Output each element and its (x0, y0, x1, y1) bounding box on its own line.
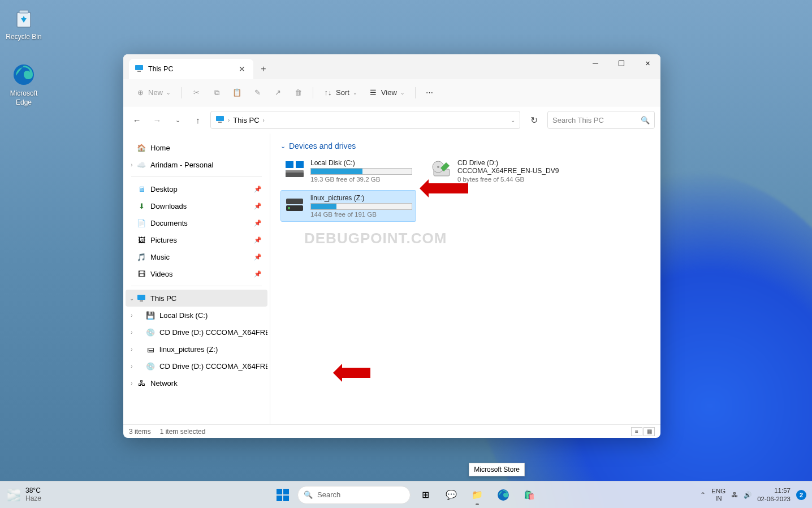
taskbar-explorer[interactable]: 📁 (466, 484, 489, 506)
recent-dropdown[interactable]: ⌄ (170, 112, 185, 128)
svg-rect-10 (140, 300, 143, 302)
chevron-right-icon[interactable]: › (128, 162, 136, 168)
drive-free: 144 GB free of 191 GB (310, 211, 412, 218)
nav-cd-drive-1[interactable]: ›💿CD Drive (D:) CCCOMA_X64FRE_EN-US_ (126, 324, 267, 341)
taskbar-search[interactable]: 🔍Search (297, 486, 411, 504)
chevron-right-icon[interactable]: › (128, 329, 136, 335)
monitor-icon (137, 294, 146, 303)
nav-videos[interactable]: 🎞Videos📌 (126, 265, 267, 282)
minimize-button[interactable] (582, 54, 608, 72)
nav-local-disk[interactable]: ›💾Local Disk (C:) (126, 307, 267, 324)
monitor-icon (215, 115, 224, 126)
nav-this-pc[interactable]: ⌄This PC (126, 290, 267, 307)
taskbar-weather[interactable]: 🌫️ 38°C Haze (7, 487, 41, 503)
svg-rect-12 (296, 161, 304, 168)
address-bar-row: ← → ⌄ ↑ › This PC › ⌄ ↻ Search This PC 🔍 (123, 106, 660, 134)
sort-button[interactable]: ↑↓Sort⌄ (319, 84, 362, 102)
svg-rect-1 (19, 10, 28, 13)
volume-tray-icon[interactable]: 🔊 (744, 491, 751, 499)
cd-icon: 💿 (146, 328, 155, 337)
nav-pane: 🏠Home ›☁️Arindam - Personal 🖥Desktop📌 ⬇D… (123, 134, 270, 424)
drive-item[interactable]: linux_pictures (Z:)144 GB free of 191 GB (280, 190, 416, 222)
copy-icon: ⧉ (212, 88, 221, 97)
svg-rect-21 (286, 199, 303, 204)
tray-chevron-icon[interactable]: ⌃ (700, 491, 706, 499)
video-icon: 🎞 (137, 269, 146, 278)
drive-item[interactable]: Local Disk (C:)19.3 GB free of 39.2 GB (280, 155, 416, 187)
content-pane: ⌄Devices and drives Local Disk (C:)19.3 … (270, 134, 660, 424)
clipboard-icon: 📋 (232, 88, 241, 97)
nav-pictures[interactable]: 🖼Pictures📌 (126, 231, 267, 248)
nav-downloads[interactable]: ⬇Downloads📌 (126, 197, 267, 214)
pin-icon: 📌 (254, 270, 262, 278)
up-button[interactable]: ↑ (190, 112, 206, 128)
nav-cd-drive-2[interactable]: ›💿CD Drive (D:) CCCOMA_X64FRE_EN-US_D (126, 358, 267, 374)
share-button: ↗ (269, 84, 287, 102)
picture-icon: 🖼 (137, 235, 146, 244)
svg-rect-25 (283, 496, 289, 501)
nav-onedrive[interactable]: ›☁️Arindam - Personal (126, 156, 267, 173)
search-box[interactable]: Search This PC 🔍 (547, 111, 655, 129)
chevron-down-icon[interactable]: ⌄ (128, 295, 136, 302)
monitor-icon (135, 64, 144, 75)
view-button[interactable]: ☰View⌄ (364, 84, 409, 102)
watermark: DEBUGPOINT.COM (304, 230, 447, 247)
chevron-right-icon[interactable]: › (128, 346, 136, 352)
copy-button: ⧉ (208, 84, 226, 102)
close-button[interactable]: ✕ (634, 54, 660, 72)
drive-free: 0 bytes free of 5.44 GB (457, 176, 559, 183)
taskbar-store[interactable]: 🛍️ (518, 484, 541, 506)
pin-icon: 📌 (254, 236, 262, 244)
plus-circle-icon: ⊕ (136, 88, 145, 97)
chevron-right-icon[interactable]: › (128, 312, 136, 318)
chevron-down-icon[interactable]: ⌄ (511, 117, 515, 123)
back-button[interactable]: ← (129, 112, 145, 128)
tab-this-pc[interactable]: This PC ✕ (129, 59, 253, 79)
drive-icon (284, 159, 305, 179)
chevron-right-icon[interactable]: › (128, 380, 136, 386)
nav-music[interactable]: 🎵Music📌 (126, 248, 267, 265)
drive-name: Local Disk (C:) (310, 159, 412, 167)
nav-home[interactable]: 🏠Home (126, 139, 267, 156)
paste-button: 📋 (228, 84, 246, 102)
more-button[interactable]: ⋯ (421, 84, 438, 102)
notification-badge[interactable]: 2 (796, 490, 806, 500)
chat-button[interactable]: 💬 (440, 484, 463, 506)
drive-item[interactable]: CD Drive (D:) CCCOMA_X64FRE_EN-US_DV90 b… (427, 155, 563, 187)
group-header[interactable]: ⌄Devices and drives (280, 141, 650, 150)
edge-icon (11, 62, 36, 87)
new-tab-button[interactable]: + (253, 59, 274, 79)
svg-rect-6 (619, 61, 624, 66)
maximize-button[interactable] (608, 54, 634, 72)
breadcrumb[interactable]: › This PC › ⌄ (210, 111, 520, 129)
nav-desktop[interactable]: 🖥Desktop📌 (126, 180, 267, 197)
desktop-icon-recycle-bin[interactable]: Recycle Bin (2, 6, 45, 42)
details-view-button[interactable]: ≡ (631, 427, 642, 436)
forward-button[interactable]: → (149, 112, 165, 128)
nav-documents[interactable]: 📄Documents📌 (126, 214, 267, 231)
network-tray-icon[interactable]: 🖧 (731, 492, 738, 498)
tiles-view-button[interactable]: ▦ (643, 427, 655, 436)
svg-rect-7 (216, 116, 224, 121)
start-button[interactable] (271, 484, 294, 506)
refresh-button[interactable]: ↻ (525, 111, 543, 129)
status-items: 3 items (129, 428, 151, 436)
trash-icon: 🗑 (293, 88, 303, 97)
taskbar-clock[interactable]: 11:57 02-06-2023 (757, 487, 791, 503)
drive-icon (284, 194, 305, 214)
svg-rect-24 (277, 496, 282, 501)
chevron-right-icon[interactable]: › (128, 363, 136, 369)
cloud-icon: ☁️ (137, 160, 146, 169)
tab-close-icon[interactable]: ✕ (236, 63, 248, 75)
desktop-icon-edge[interactable]: Microsoft Edge (2, 62, 45, 107)
new-button[interactable]: ⊕New⌄ (131, 84, 175, 102)
nav-linux-pictures[interactable]: ›🖴linux_pictures (Z:) (126, 341, 267, 358)
taskbar-tooltip: Microsoft Store (469, 463, 525, 476)
recycle-bin-icon (11, 6, 36, 31)
pin-icon: 📌 (254, 253, 262, 261)
taskbar-edge[interactable] (492, 484, 515, 506)
nav-network[interactable]: ›🖧Network (126, 374, 267, 391)
breadcrumb-segment[interactable]: This PC (233, 116, 259, 124)
task-view-button[interactable]: ⊞ (414, 484, 437, 506)
drive-name: CD Drive (D:) CCCOMA_X64FRE_EN-US_DV9 (457, 159, 559, 175)
